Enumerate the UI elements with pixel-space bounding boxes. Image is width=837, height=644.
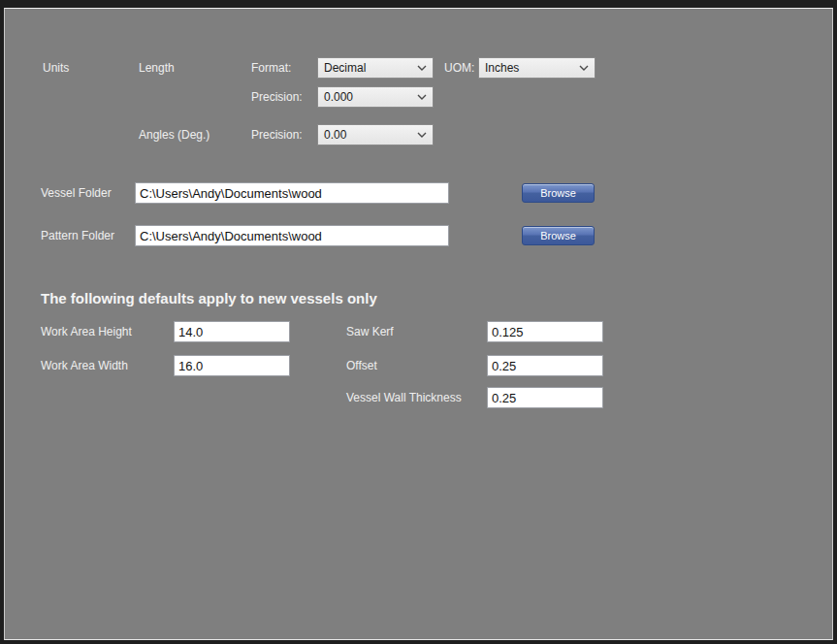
pattern-folder-browse-button[interactable]: Browse — [522, 226, 595, 245]
work-area-height-label: Work Area Height — [41, 321, 132, 342]
vessel-folder-browse-button[interactable]: Browse — [522, 183, 595, 203]
chevron-down-icon — [579, 65, 589, 71]
defaults-section-heading: The following defaults apply to new vess… — [41, 290, 377, 306]
uom-dropdown-value: Inches — [485, 61, 575, 75]
work-area-height-input[interactable] — [174, 321, 290, 342]
vessel-folder-label: Vessel Folder — [41, 182, 112, 204]
angles-label: Angles (Deg.) — [139, 124, 209, 145]
chevron-down-icon — [417, 94, 427, 100]
offset-input[interactable] — [487, 355, 603, 376]
saw-kerf-input[interactable] — [487, 321, 603, 342]
length-label: Length — [139, 57, 175, 79]
length-precision-dropdown-value: 0.000 — [324, 90, 413, 104]
units-section-label: Units — [43, 57, 69, 79]
vessel-wall-thickness-input[interactable] — [487, 387, 603, 408]
chevron-down-icon — [417, 132, 427, 138]
angles-precision-dropdown-value: 0.00 — [324, 128, 413, 142]
app-window: Units Length Format: Decimal UOM: Inches… — [0, 0, 837, 644]
pattern-folder-input[interactable] — [135, 225, 449, 246]
angles-precision-label: Precision: — [251, 124, 303, 145]
format-dropdown-value: Decimal — [324, 61, 413, 75]
saw-kerf-label: Saw Kerf — [346, 321, 394, 342]
vessel-folder-input[interactable] — [135, 182, 449, 204]
work-area-width-label: Work Area Width — [41, 355, 128, 376]
format-label: Format: — [251, 57, 291, 79]
settings-panel: Units Length Format: Decimal UOM: Inches… — [4, 8, 833, 640]
length-precision-dropdown[interactable]: 0.000 — [317, 86, 434, 108]
chevron-down-icon — [417, 65, 427, 71]
work-area-width-input[interactable] — [174, 355, 290, 376]
uom-dropdown[interactable]: Inches — [478, 57, 596, 79]
angles-precision-dropdown[interactable]: 0.00 — [317, 124, 434, 145]
pattern-folder-label: Pattern Folder — [41, 225, 114, 246]
offset-label: Offset — [346, 355, 377, 376]
uom-label: UOM: — [444, 57, 474, 79]
length-precision-label: Precision: — [251, 86, 303, 108]
vessel-wall-thickness-label: Vessel Wall Thickness — [346, 387, 462, 408]
format-dropdown[interactable]: Decimal — [317, 57, 434, 79]
